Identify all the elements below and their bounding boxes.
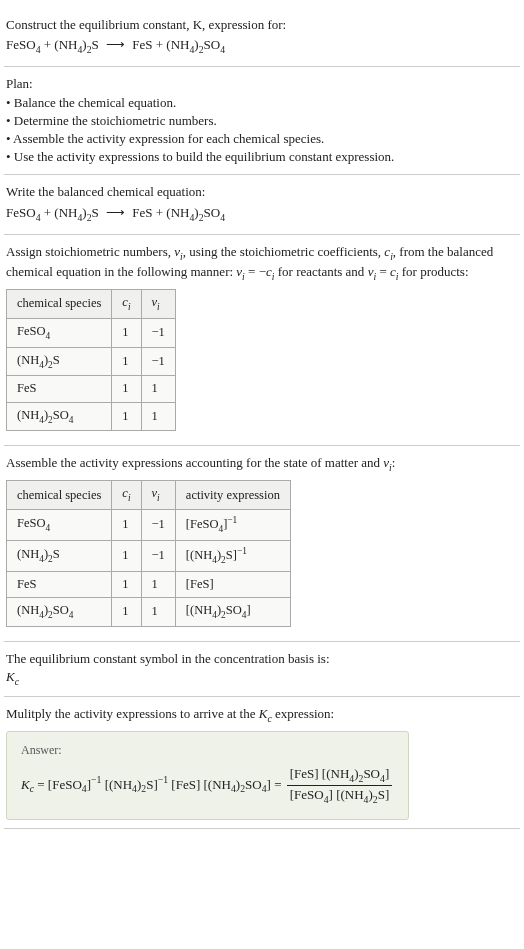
table-header-row: chemical species ci νi xyxy=(7,290,176,319)
col-nui: νi xyxy=(141,481,175,510)
multiply-text: Mulitply the activity expressions to arr… xyxy=(6,705,518,725)
cell-activity: [(NH4)2SO4] xyxy=(175,598,290,627)
cell-activity: [(NH4)2S]−1 xyxy=(175,540,290,571)
activity-table: chemical species ci νi activity expressi… xyxy=(6,480,291,626)
table-row: (NH4)2S 1 −1 xyxy=(7,347,176,376)
fraction-denominator: [FeSO4] [(NH4)2S] xyxy=(287,786,393,806)
activity-intro: Assemble the activity expressions accoun… xyxy=(6,454,518,474)
balanced-label: Write the balanced chemical equation: xyxy=(6,183,518,201)
cell-activity: [FeSO4]−1 xyxy=(175,510,290,541)
cell-species: (NH4)2S xyxy=(7,347,112,376)
cell-ci: 1 xyxy=(112,318,141,347)
table-row: (NH4)2SO4 1 1 xyxy=(7,402,176,431)
col-species: chemical species xyxy=(7,481,112,510)
col-activity: activity expression xyxy=(175,481,290,510)
plan-item: Use the activity expressions to build th… xyxy=(6,148,518,166)
kc-symbol-text: The equilibrium constant symbol in the c… xyxy=(6,650,518,668)
kc-symbol: Kc xyxy=(6,668,518,688)
product-nh42so4: (NH4)2SO4 xyxy=(166,37,225,52)
activity-section: Assemble the activity expressions accoun… xyxy=(4,446,520,642)
fraction-numerator: [FeS] [(NH4)2SO4] xyxy=(287,765,393,786)
question-header: Construct the equilibrium constant, K, e… xyxy=(4,8,520,67)
balanced-equation-section: Write the balanced chemical equation: Fe… xyxy=(4,175,520,234)
table-row: (NH4)2SO4 1 1 [(NH4)2SO4] xyxy=(7,598,291,627)
reactant-nh42s: (NH4)2S xyxy=(54,37,98,52)
stoich-intro: Assign stoichiometric numbers, νi, using… xyxy=(6,243,518,283)
answer-equation: Kc = [FeSO4]−1 [(NH4)2S]−1 [FeS] [(NH4)2… xyxy=(21,765,394,806)
plan-item: Assemble the activity expression for eac… xyxy=(6,130,518,148)
table-row: FeSO4 1 −1 xyxy=(7,318,176,347)
cell-nui: 1 xyxy=(141,376,175,403)
stoich-section: Assign stoichiometric numbers, νi, using… xyxy=(4,235,520,446)
table-row: FeS 1 1 [FeS] xyxy=(7,571,291,598)
col-species: chemical species xyxy=(7,290,112,319)
plan-section: Plan: Balance the chemical equation. Det… xyxy=(4,67,520,175)
cell-activity: [FeS] xyxy=(175,571,290,598)
plan-item: Balance the chemical equation. xyxy=(6,94,518,112)
stoich-table: chemical species ci νi FeSO4 1 −1 (NH4)2… xyxy=(6,289,176,431)
cell-ci: 1 xyxy=(112,376,141,403)
answer-fraction: [FeS] [(NH4)2SO4][FeSO4] [(NH4)2S] xyxy=(287,765,393,806)
plan-item: Determine the stoichiometric numbers. xyxy=(6,112,518,130)
cell-species: (NH4)2SO4 xyxy=(7,402,112,431)
cell-species: FeS xyxy=(7,376,112,403)
answer-box: Answer: Kc = [FeSO4]−1 [(NH4)2S]−1 [FeS]… xyxy=(6,731,409,819)
plan-title: Plan: xyxy=(6,75,518,93)
kc-symbol-section: The equilibrium constant symbol in the c… xyxy=(4,642,520,697)
cell-nui: 1 xyxy=(141,402,175,431)
col-ci: ci xyxy=(112,290,141,319)
table-header-row: chemical species ci νi activity expressi… xyxy=(7,481,291,510)
answer-label: Answer: xyxy=(21,742,394,759)
balanced-equation: FeSO4 + (NH4)2S ⟶ FeS + (NH4)2SO4 xyxy=(6,204,518,224)
reaction-arrow-icon: ⟶ xyxy=(106,37,125,52)
cell-ci: 1 xyxy=(112,402,141,431)
cell-species: FeSO4 xyxy=(7,318,112,347)
table-row: FeS 1 1 xyxy=(7,376,176,403)
question-line1: Construct the equilibrium constant, K, e… xyxy=(6,17,286,32)
reactant-feso4: FeSO4 xyxy=(6,37,41,52)
cell-ci: 1 xyxy=(112,347,141,376)
col-ci: ci xyxy=(112,481,141,510)
question-text: Construct the equilibrium constant, K, e… xyxy=(6,16,518,34)
cell-nui: −1 xyxy=(141,347,175,376)
answer-section: Mulitply the activity expressions to arr… xyxy=(4,697,520,829)
table-row: (NH4)2S 1 −1 [(NH4)2S]−1 xyxy=(7,540,291,571)
reaction-equation: FeSO4 + (NH4)2S ⟶ FeS + (NH4)2SO4 xyxy=(6,36,518,56)
cell-nui: −1 xyxy=(141,318,175,347)
plan-list: Balance the chemical equation. Determine… xyxy=(6,94,518,167)
product-fes: FeS xyxy=(132,37,152,52)
col-nui: νi xyxy=(141,290,175,319)
reaction-arrow-icon: ⟶ xyxy=(106,205,125,220)
table-row: FeSO4 1 −1 [FeSO4]−1 xyxy=(7,510,291,541)
